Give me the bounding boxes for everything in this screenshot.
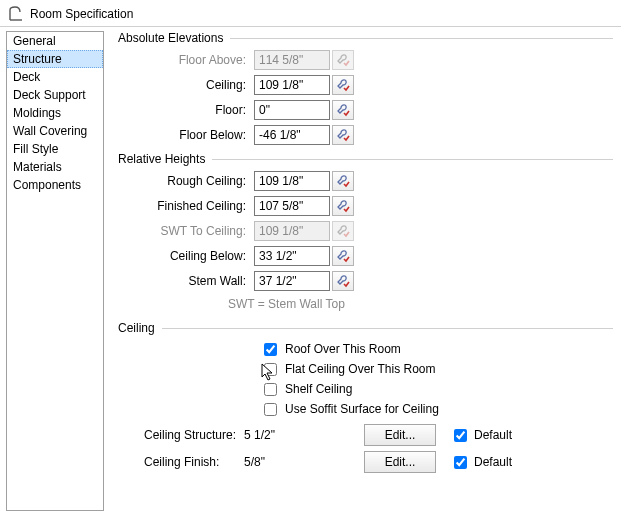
check-soffit[interactable]: Use Soffit Surface for Ceiling xyxy=(264,399,613,419)
main-panel: Absolute Elevations Floor Above: Ceiling… xyxy=(104,27,621,515)
row-ceiling-structure: Ceiling Structure: 5 1/2" Edit... Defaul… xyxy=(118,423,613,447)
wrench-rough-ceiling[interactable] xyxy=(332,171,354,191)
input-stem-wall[interactable] xyxy=(254,271,330,291)
input-rough-ceiling[interactable] xyxy=(254,171,330,191)
row-ceiling-finish: Ceiling Finish: 5/8" Edit... Default xyxy=(118,450,613,474)
label-floor: Floor: xyxy=(146,103,254,117)
wrench-finished-ceiling[interactable] xyxy=(332,196,354,216)
check-shelf-ceiling[interactable]: Shelf Ceiling xyxy=(264,379,613,399)
label-ceiling: Ceiling: xyxy=(146,78,254,92)
label-shelf-ceiling: Shelf Ceiling xyxy=(285,382,352,396)
group-ceiling: Ceiling Roof Over This Room Flat Ceiling… xyxy=(118,321,613,474)
wrench-ceiling[interactable] xyxy=(332,75,354,95)
checkbox-default-structure[interactable] xyxy=(454,429,467,442)
label-stem-wall: Stem Wall: xyxy=(146,274,254,288)
check-roof-over[interactable]: Roof Over This Room xyxy=(264,339,613,359)
group-absolute: Absolute Elevations Floor Above: Ceiling… xyxy=(118,31,613,146)
sidebar-item-wall-covering[interactable]: Wall Covering xyxy=(7,122,103,140)
label-soffit: Use Soffit Surface for Ceiling xyxy=(285,402,439,416)
checkbox-default-finish[interactable] xyxy=(454,456,467,469)
wrench-stem-wall[interactable] xyxy=(332,271,354,291)
label-roof-over: Roof Over This Room xyxy=(285,342,401,356)
group-title-relative: Relative Heights xyxy=(118,152,613,166)
wrench-floor-below[interactable] xyxy=(332,125,354,145)
label-flat-ceiling: Flat Ceiling Over This Room xyxy=(285,362,436,376)
group-title-absolute: Absolute Elevations xyxy=(118,31,613,45)
row-ceiling: Ceiling: xyxy=(146,74,613,96)
row-stem-wall: Stem Wall: xyxy=(146,270,613,292)
sidebar-item-general[interactable]: General xyxy=(7,32,103,50)
sidebar-item-deck-support[interactable]: Deck Support xyxy=(7,86,103,104)
label-ceiling-below: Ceiling Below: xyxy=(146,249,254,263)
window-title: Room Specification xyxy=(30,7,133,21)
label-floor-below: Floor Below: xyxy=(146,128,254,142)
sidebar-item-structure[interactable]: Structure xyxy=(7,50,103,68)
group-relative: Relative Heights Rough Ceiling: Finished… xyxy=(118,152,613,315)
wrench-floor[interactable] xyxy=(332,100,354,120)
row-floor: Floor: xyxy=(146,99,613,121)
row-finished-ceiling: Finished Ceiling: xyxy=(146,195,613,217)
row-floor-below: Floor Below: xyxy=(146,124,613,146)
input-floor-below[interactable] xyxy=(254,125,330,145)
value-ceiling-structure: 5 1/2" xyxy=(244,428,332,442)
row-ceiling-below: Ceiling Below: xyxy=(146,245,613,267)
swt-note: SWT = Stem Wall Top xyxy=(228,295,613,315)
wrench-floor-above xyxy=(332,50,354,70)
input-floor-above xyxy=(254,50,330,70)
group-title-ceiling: Ceiling xyxy=(118,321,613,335)
label-ceiling-finish: Ceiling Finish: xyxy=(118,455,244,469)
checkbox-shelf-ceiling[interactable] xyxy=(264,383,277,396)
sidebar-item-moldings[interactable]: Moldings xyxy=(7,104,103,122)
label-floor-above: Floor Above: xyxy=(146,53,254,67)
titlebar: Room Specification xyxy=(0,0,621,26)
check-flat-ceiling[interactable]: Flat Ceiling Over This Room xyxy=(264,359,613,379)
sidebar-item-materials[interactable]: Materials xyxy=(7,158,103,176)
label-rough-ceiling: Rough Ceiling: xyxy=(146,174,254,188)
value-ceiling-finish: 5/8" xyxy=(244,455,332,469)
sidebar-item-deck[interactable]: Deck xyxy=(7,68,103,86)
sidebar: General Structure Deck Deck Support Mold… xyxy=(6,31,104,511)
checkbox-flat-ceiling[interactable] xyxy=(264,363,277,376)
label-swt-to-ceiling: SWT To Ceiling: xyxy=(146,224,254,238)
label-default-finish: Default xyxy=(474,455,512,469)
input-swt-to-ceiling xyxy=(254,221,330,241)
wrench-swt-to-ceiling xyxy=(332,221,354,241)
input-ceiling[interactable] xyxy=(254,75,330,95)
row-swt-to-ceiling: SWT To Ceiling: xyxy=(146,220,613,242)
label-default-structure: Default xyxy=(474,428,512,442)
sidebar-item-components[interactable]: Components xyxy=(7,176,103,194)
row-rough-ceiling: Rough Ceiling: xyxy=(146,170,613,192)
wrench-ceiling-below[interactable] xyxy=(332,246,354,266)
input-ceiling-below[interactable] xyxy=(254,246,330,266)
checkbox-soffit[interactable] xyxy=(264,403,277,416)
edit-ceiling-finish[interactable]: Edit... xyxy=(364,451,436,473)
row-floor-above: Floor Above: xyxy=(146,49,613,71)
sidebar-item-fill-style[interactable]: Fill Style xyxy=(7,140,103,158)
checkbox-roof-over[interactable] xyxy=(264,343,277,356)
input-finished-ceiling[interactable] xyxy=(254,196,330,216)
label-finished-ceiling: Finished Ceiling: xyxy=(146,199,254,213)
door-icon xyxy=(8,6,24,22)
edit-ceiling-structure[interactable]: Edit... xyxy=(364,424,436,446)
input-floor[interactable] xyxy=(254,100,330,120)
label-ceiling-structure: Ceiling Structure: xyxy=(118,428,244,442)
